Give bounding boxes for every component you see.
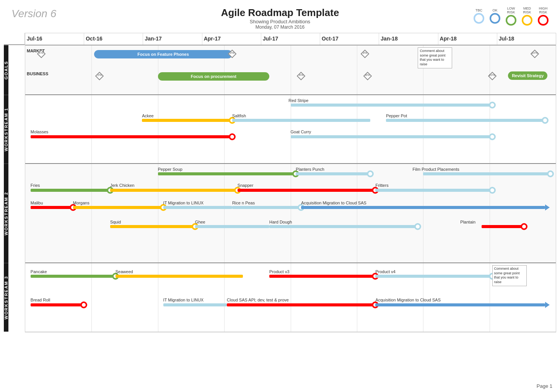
legend-med: MEDRISK <box>522 7 532 26</box>
squid-label: Squid <box>110 220 121 224</box>
version-label: Version 6 <box>11 8 56 20</box>
jerk-chicken-label: Jerk Chicken <box>110 183 135 188</box>
red-stripe-circle <box>489 102 496 109</box>
product-v3-bar <box>269 275 375 278</box>
cloud-sas-api-label: Cloud SAS API; dev, test & prove <box>227 298 289 302</box>
acquisition-migration-label: Acquisition Migration to Cloud SAS <box>301 201 366 205</box>
col-header-jul16: Jul-16 <box>25 33 84 45</box>
it-migration-label: IT Migration to LINUX <box>163 201 204 205</box>
red-stripe-label: Red Stripe <box>288 98 308 103</box>
it-migration-ws3-bar <box>163 303 227 306</box>
snapper-label: Snapper <box>238 183 254 188</box>
planters-punch-circle <box>367 170 374 177</box>
focus-procurement-bar: Focus on procurement <box>158 72 269 81</box>
snapper-bar <box>238 189 376 192</box>
diamond-2pct-business-label: 2% <box>97 73 102 77</box>
product-v3-label: Product v3 <box>269 269 290 274</box>
legend-circle-med <box>522 15 532 26</box>
col-header-jul17: Jul-17 <box>261 33 320 45</box>
diamond-3pct-label: 3% <box>363 51 367 55</box>
goals-label: GOALS <box>4 45 8 95</box>
legend-ok: OK <box>490 9 500 24</box>
product-v4-label: Product v4 <box>375 269 396 274</box>
plantain-circle <box>521 223 527 230</box>
revisit-strategy-btn[interactable]: Revisit Strategy <box>508 71 547 80</box>
malibu-label: Malibu <box>31 201 43 205</box>
malibu-bar <box>31 206 73 209</box>
jerk-chicken-bar <box>110 189 238 192</box>
diamond-2pct-market-label: 2% <box>230 51 234 55</box>
pepper-pot-label: Pepper Pot <box>386 113 407 118</box>
grid-line-4 <box>291 45 291 94</box>
diamond-1pct-label: 1% <box>39 51 44 55</box>
ws1-label: WORKSTREAM 1 <box>4 95 8 164</box>
goat-curry-bar <box>291 135 492 138</box>
seaweed-bar <box>116 275 243 278</box>
col-header-apr17: Apr-17 <box>202 33 261 45</box>
ackee-label: Ackee <box>142 113 154 118</box>
hard-dough-label: Hard Dough <box>269 220 292 224</box>
diamond-8pct-label: 8% <box>365 73 370 77</box>
film-product-bar <box>423 172 550 175</box>
planters-punch-bar <box>296 172 370 175</box>
goals-section: MARKET 1% Focus on Feature Phones 2% 3% … <box>25 45 556 95</box>
timeline-header: Jul-16 Oct-16 Jan-17 Apr-17 Jul-17 Oct-1… <box>25 33 556 45</box>
morgans-label: Morgans <box>73 201 90 205</box>
col-header-jan18: Jan-18 <box>379 33 438 45</box>
squid-bar <box>110 225 195 228</box>
pepper-soup-bar <box>158 172 296 175</box>
date: Monday, 07 March 2016 <box>221 24 339 30</box>
grid-line-1 <box>91 45 92 94</box>
goat-curry-circle <box>489 133 496 140</box>
film-product-label: Film Product Placements <box>413 167 459 172</box>
header: Version 6 Agile Roadmap Template Showing… <box>4 4 556 31</box>
pancake-bar <box>31 275 116 278</box>
subtitle: Showing Product Ambitions <box>221 19 339 24</box>
morgans-bar <box>73 206 163 209</box>
hard-dough-circle <box>414 223 421 230</box>
ghee-label: Ghee <box>195 220 205 224</box>
gantt-area: Jul-16 Oct-16 Jan-17 Apr-17 Jul-17 Oct-1… <box>25 33 556 332</box>
fritters-label: Fritters <box>375 183 388 188</box>
plantain-bar <box>482 225 524 228</box>
legend-tbc: TBC <box>474 9 484 24</box>
ackee-bar <box>142 119 232 122</box>
rice-peas-bar <box>232 206 301 209</box>
acquisition-ws3-bar <box>375 303 545 306</box>
title-block: Agile Roadmap Template Showing Product A… <box>221 7 339 30</box>
seaweed-label: Seaweed <box>116 269 133 274</box>
red-stripe-bar <box>291 104 492 107</box>
rice-peas-label: Rice n Peas <box>232 201 255 205</box>
ws1-section: Red Stripe Ackee Saltfish Pepper Pot M <box>25 95 556 164</box>
comment-box-2: Comment about some great point that you … <box>492 265 527 286</box>
diamond-4pct-label: 4% <box>299 73 303 77</box>
fries-label: Fries <box>31 183 40 188</box>
hard-dough-bar <box>269 225 418 228</box>
col-header-oct17: Oct-17 <box>320 33 379 45</box>
plantain-label: Plantain <box>460 220 475 224</box>
col-header-jan17: Jan-17 <box>143 33 202 45</box>
pepper-pot-circle <box>542 117 549 124</box>
bread-roll-label: Bread Roll <box>31 298 50 302</box>
saltfish-bar <box>232 119 370 122</box>
bread-roll-bar <box>31 303 84 306</box>
pancake-label: Pancake <box>31 269 47 274</box>
page-number: Page 1 <box>537 383 552 389</box>
legend: TBC OK LOWRISK MEDRISK HIGHRISK <box>474 7 549 26</box>
cloud-sas-api-bar <box>227 303 375 306</box>
diamond-10pct-business-label: 10% <box>489 73 495 77</box>
col-header-apr18: Apr-18 <box>438 33 497 45</box>
fritters-bar <box>375 189 492 192</box>
col-header-oct16: Oct-16 <box>84 33 143 45</box>
ws3-section: Pancake Seaweed Product v3 Product v4 Co… <box>25 263 556 332</box>
ws2-label: WORKSTREAM 2 <box>4 164 8 263</box>
left-labels: GOALS WORKSTREAM 1 WORKSTREAM 2 WORKSTRE… <box>4 33 25 332</box>
legend-circle-high <box>538 15 549 26</box>
ws2-section: Pepper Soup Planters Punch Film Product … <box>25 164 556 263</box>
grid-line-7 <box>490 45 490 94</box>
pepper-pot-bar <box>386 119 545 122</box>
comment-box-1: Comment about some great point that you … <box>418 47 452 68</box>
page-title: Agile Roadmap Template <box>221 7 339 19</box>
fries-bar <box>31 189 110 192</box>
page-container: Version 6 Agile Roadmap Template Showing… <box>0 0 560 392</box>
